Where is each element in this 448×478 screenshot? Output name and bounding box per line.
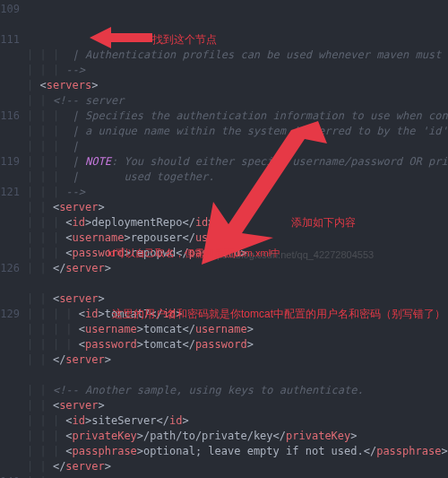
- token: >: [137, 445, 143, 457]
- code-line[interactable]: | | | | used together.: [27, 169, 448, 185]
- code-line[interactable]: | <servers>: [27, 78, 448, 93]
- code-line[interactable]: | | | | <password>tomcat</password>: [27, 337, 448, 352]
- code-line[interactable]: | | | | Authentication profiles can be u…: [27, 48, 448, 63]
- line-number: [0, 368, 20, 383]
- token: server: [65, 353, 104, 366]
- code-line[interactable]: | | </server>: [27, 261, 448, 276]
- token: passphrase: [376, 445, 441, 457]
- token: >: [137, 323, 143, 335]
- line-number: [0, 444, 20, 459]
- token: <: [79, 308, 85, 320]
- token: >: [247, 338, 254, 351]
- code-line[interactable]: | | -->: [27, 474, 448, 478]
- line-number: [0, 78, 20, 93]
- token: >: [137, 338, 143, 351]
- token: | a unique name within the system (refer…: [65, 125, 448, 137]
- token: id: [85, 308, 98, 320]
- token: </: [182, 338, 194, 351]
- token: >: [99, 201, 105, 213]
- code-line[interactable]: | | | <privateKey>/path/to/private/key</…: [27, 429, 448, 444]
- token: repouser: [131, 231, 183, 244]
- line-number: [0, 139, 20, 154]
- code-line[interactable]: | | </server>: [27, 459, 448, 474]
- token: <!-- server: [53, 94, 124, 107]
- line-number: [0, 63, 20, 78]
- token: </: [53, 262, 65, 274]
- token: </: [53, 353, 65, 366]
- annotation-find-node: 找到这个节点: [152, 32, 217, 48]
- token: <: [65, 216, 72, 229]
- token: deploymentRepo: [91, 216, 182, 229]
- code-line[interactable]: | | <server>: [27, 398, 448, 413]
- token: </: [182, 231, 194, 244]
- token: server: [59, 201, 98, 213]
- token: </: [157, 414, 169, 427]
- code-line[interactable]: | | <server>: [27, 291, 448, 307]
- token: privateKey: [286, 430, 350, 442]
- code-line[interactable]: | | | |: [27, 139, 448, 154]
- token: <: [65, 430, 72, 442]
- code-line[interactable]: | | | -->: [27, 63, 448, 78]
- code-line[interactable]: | | <!-- Another sample, using keys to a…: [27, 383, 448, 398]
- line-number: [0, 48, 20, 63]
- token: server: [65, 460, 104, 473]
- token: >: [350, 430, 357, 442]
- line-number: [0, 398, 20, 413]
- token: >: [105, 353, 111, 366]
- line-number: 121: [0, 185, 20, 200]
- token: </: [182, 323, 194, 335]
- token: username: [73, 231, 125, 244]
- token: | Authentication profiles can be used wh…: [65, 48, 448, 61]
- token: | used together.: [65, 170, 214, 183]
- code-line[interactable]: | | | | Specifies the authentication inf…: [27, 109, 448, 124]
- token: siteServer: [91, 414, 156, 427]
- line-number: [0, 429, 20, 444]
- token: |: [65, 155, 85, 168]
- token: >: [105, 262, 111, 274]
- token: </: [364, 445, 376, 457]
- code-area[interactable]: | | | | Authentication profiles can be u…: [27, 0, 448, 478]
- line-number: 116: [0, 109, 20, 124]
- code-line[interactable]: | | | <username>repouser</username>: [27, 230, 448, 246]
- code-line[interactable]: | | | <passphrase>optional; leave empty …: [27, 444, 448, 459]
- token: | Specifies the authentication informati…: [65, 109, 448, 122]
- token: <: [79, 338, 85, 351]
- code-line[interactable]: | | <server>: [27, 200, 448, 215]
- code-line[interactable]: | | | -->: [27, 185, 448, 200]
- line-number: [0, 352, 20, 368]
- line-number: [0, 413, 20, 429]
- token: server: [65, 262, 104, 274]
- token: server: [59, 292, 98, 305]
- token: >: [441, 445, 447, 457]
- line-number: 140: [0, 474, 20, 478]
- token: <!-- Another sample, using keys to authe…: [53, 384, 364, 396]
- line-number: 129: [0, 307, 20, 322]
- token: username: [195, 231, 247, 244]
- code-line[interactable]: [27, 276, 448, 291]
- line-number: 109: [0, 2, 20, 17]
- token: <: [79, 323, 85, 335]
- token: : You should either specify username/pas…: [111, 155, 448, 168]
- token: |: [65, 140, 78, 152]
- line-number: [0, 124, 20, 139]
- line-number: [0, 276, 20, 291]
- code-line[interactable]: | | <!-- server: [27, 93, 448, 109]
- code-line[interactable]: | | | | <username>tomcat</username>: [27, 322, 448, 337]
- annotation-add-content: 添加如下内容: [291, 215, 356, 230]
- token: username: [85, 323, 137, 335]
- token: -->: [65, 186, 85, 198]
- code-line[interactable]: | | | <id>siteServer</id>: [27, 413, 448, 429]
- token: <: [65, 247, 72, 259]
- code-line[interactable]: [27, 368, 448, 383]
- token: >: [98, 308, 104, 320]
- code-line[interactable]: | | | <id>deploymentRepo</id>: [27, 215, 448, 230]
- token: >: [208, 216, 214, 229]
- code-line[interactable]: | | </server>: [27, 352, 448, 368]
- annotation-id-hint: id可以自己取名，但需和后面pom.xml中: [108, 246, 280, 261]
- token: </: [53, 460, 65, 473]
- code-line[interactable]: | | | | NOTE: You should either specify …: [27, 154, 448, 169]
- code-line[interactable]: | | | | a unique name within the system …: [27, 124, 448, 139]
- line-number: [0, 200, 20, 215]
- token: <: [65, 445, 72, 457]
- annotation-credentials: 这里的用户名和密码就是你tomcat中配置的用户名和密码（别写错了）: [112, 307, 445, 322]
